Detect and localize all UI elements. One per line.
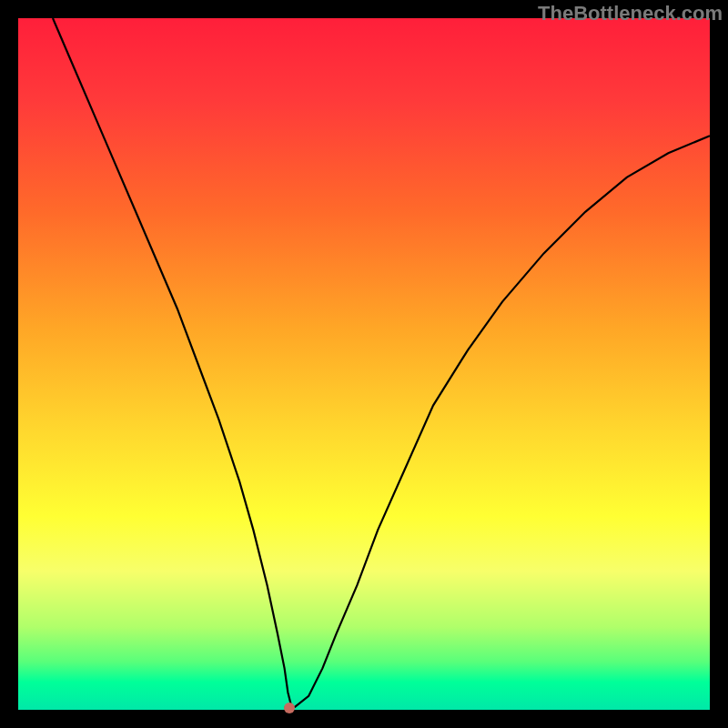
- bottleneck-curve: [53, 18, 710, 708]
- minimum-marker: [284, 703, 295, 713]
- curve-svg: [18, 18, 710, 710]
- watermark-text: TheBottleneck.com: [538, 2, 723, 25]
- chart-frame: TheBottleneck.com: [0, 0, 728, 728]
- plot-area: [18, 18, 710, 710]
